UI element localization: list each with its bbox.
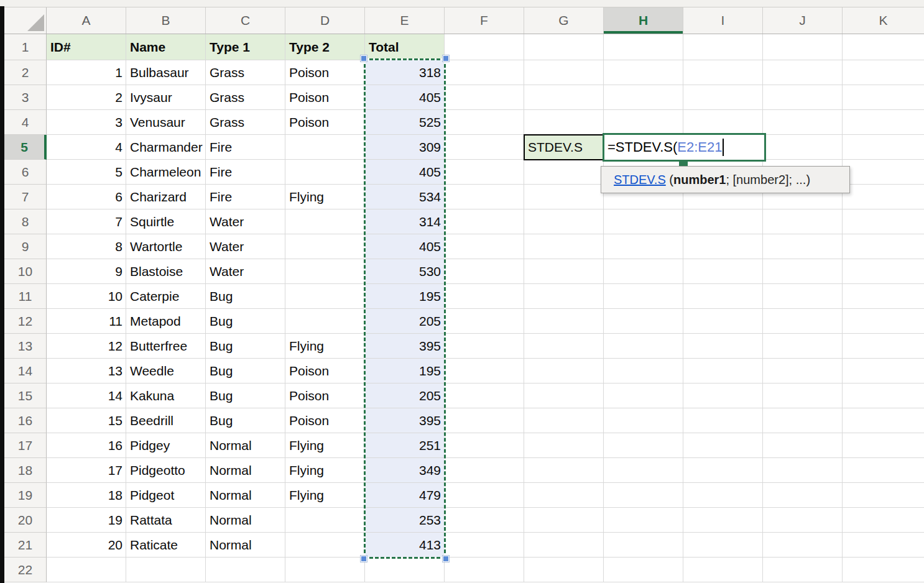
cell-E6[interactable]: 405 [365, 160, 445, 185]
cell-C2[interactable]: Grass [206, 60, 285, 85]
cell-K7[interactable] [843, 185, 924, 209]
cell-K1[interactable] [843, 34, 924, 60]
cell-D13[interactable]: Flying [285, 334, 365, 359]
row-header-3[interactable]: 3 [4, 85, 47, 110]
cell-G17[interactable] [524, 433, 604, 458]
cell-B20[interactable]: Rattata [126, 508, 206, 533]
cell-I21[interactable] [683, 533, 763, 558]
cell-G9[interactable] [524, 234, 604, 259]
cell-A2[interactable]: 1 [47, 60, 126, 85]
row-header-11[interactable]: 11 [4, 284, 47, 309]
cell-A19[interactable]: 18 [47, 483, 126, 508]
row-header-2[interactable]: 2 [4, 60, 47, 85]
cell-B10[interactable]: Blastoise [126, 259, 206, 284]
cell-G15[interactable] [524, 383, 604, 408]
cell-C19[interactable]: Normal [206, 483, 285, 508]
cell-F22[interactable] [445, 558, 524, 582]
cell-E9[interactable]: 405 [365, 234, 445, 259]
column-header-G[interactable]: G [524, 7, 604, 34]
cell-G1[interactable] [524, 34, 604, 60]
cell-K9[interactable] [843, 234, 924, 259]
selection-handle-top-right[interactable] [443, 55, 449, 62]
cell-B4[interactable]: Venusaur [126, 110, 206, 135]
cell-B22[interactable] [126, 558, 206, 582]
selection-handle-top-left[interactable] [361, 55, 367, 62]
cell-G16[interactable] [524, 408, 604, 433]
cell-K6[interactable] [843, 160, 924, 185]
cell-A21[interactable]: 20 [47, 533, 126, 558]
cell-H10[interactable] [604, 259, 683, 284]
cell-H1[interactable] [604, 34, 683, 60]
cell-A20[interactable]: 19 [47, 508, 126, 533]
row-header-1[interactable]: 1 [4, 34, 47, 60]
cell-J11[interactable] [763, 284, 843, 309]
cell-I1[interactable] [683, 34, 763, 60]
cell-C22[interactable] [206, 558, 285, 582]
cell-K21[interactable] [843, 533, 924, 558]
row-header-17[interactable]: 17 [4, 433, 47, 458]
row-header-19[interactable]: 19 [4, 483, 47, 508]
cell-B2[interactable]: Bulbasaur [126, 60, 206, 85]
cell-I19[interactable] [683, 483, 763, 508]
cell-B13[interactable]: Butterfree [126, 334, 206, 359]
cell-J14[interactable] [763, 359, 843, 383]
cell-E1[interactable]: Total [365, 34, 445, 60]
cell-A4[interactable]: 3 [47, 110, 126, 135]
row-header-7[interactable]: 7 [4, 185, 47, 209]
cell-I9[interactable] [683, 234, 763, 259]
cell-K22[interactable] [843, 558, 924, 582]
cell-A13[interactable]: 12 [47, 334, 126, 359]
cell-E17[interactable]: 251 [365, 433, 445, 458]
cell-E21[interactable]: 413 [365, 533, 445, 558]
cell-G12[interactable] [524, 309, 604, 334]
cell-F8[interactable] [445, 209, 524, 234]
cell-I13[interactable] [683, 334, 763, 359]
cell-J13[interactable] [763, 334, 843, 359]
cell-I3[interactable] [683, 85, 763, 110]
cell-B8[interactable]: Squirtle [126, 209, 206, 234]
cell-J4[interactable] [763, 110, 843, 135]
cell-F19[interactable] [445, 483, 524, 508]
cell-H9[interactable] [604, 234, 683, 259]
cell-F14[interactable] [445, 359, 524, 383]
cell-H3[interactable] [604, 85, 683, 110]
cell-B14[interactable]: Weedle [126, 359, 206, 383]
cell-I12[interactable] [683, 309, 763, 334]
cell-G2[interactable] [524, 60, 604, 85]
cell-B3[interactable]: Ivysaur [126, 85, 206, 110]
cell-B15[interactable]: Kakuna [126, 383, 206, 408]
select-all-corner[interactable] [4, 7, 47, 34]
cell-E3[interactable]: 405 [365, 85, 445, 110]
cell-D14[interactable]: Poison [285, 359, 365, 383]
cell-C7[interactable]: Fire [206, 185, 285, 209]
row-header-12[interactable]: 12 [4, 309, 47, 334]
cell-D17[interactable]: Flying [285, 433, 365, 458]
cell-E18[interactable]: 349 [365, 458, 445, 483]
cell-K15[interactable] [843, 383, 924, 408]
cell-C1[interactable]: Type 1 [206, 34, 285, 60]
cell-C12[interactable]: Bug [206, 309, 285, 334]
cell-H12[interactable] [604, 309, 683, 334]
cell-C11[interactable]: Bug [206, 284, 285, 309]
row-header-16[interactable]: 16 [4, 408, 47, 433]
cell-I8[interactable] [683, 209, 763, 234]
cell-C14[interactable]: Bug [206, 359, 285, 383]
cell-A5[interactable]: 4 [47, 135, 126, 160]
cell-D9[interactable] [285, 234, 365, 259]
cell-A3[interactable]: 2 [47, 85, 126, 110]
cell-J1[interactable] [763, 34, 843, 60]
cell-B5[interactable]: Charmander [126, 135, 206, 160]
row-header-21[interactable]: 21 [4, 533, 47, 558]
cell-I2[interactable] [683, 60, 763, 85]
row-header-8[interactable]: 8 [4, 209, 47, 234]
cell-I16[interactable] [683, 408, 763, 433]
cell-E15[interactable]: 205 [365, 383, 445, 408]
cell-G4[interactable] [524, 110, 604, 135]
function-help-link[interactable]: STDEV.S [614, 173, 666, 187]
cell-F15[interactable] [445, 383, 524, 408]
cell-F17[interactable] [445, 433, 524, 458]
cell-F21[interactable] [445, 533, 524, 558]
cell-C5[interactable]: Fire [206, 135, 285, 160]
column-header-I[interactable]: I [683, 7, 763, 34]
cell-E7[interactable]: 534 [365, 185, 445, 209]
